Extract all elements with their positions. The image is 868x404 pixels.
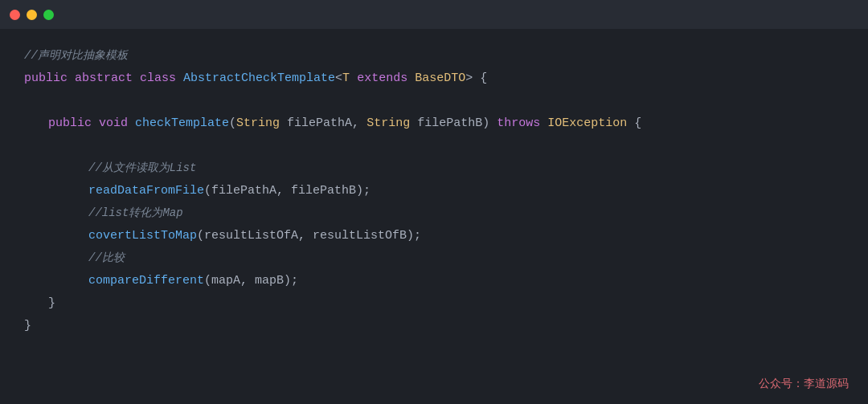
comment1-text: //声明对比抽象模板	[24, 47, 128, 64]
kw-abstract-1: abstract	[68, 69, 133, 88]
code-line-1: public abstract class AbstractCheckTempl…	[0, 67, 868, 90]
blank-line-2	[0, 135, 868, 157]
dot-yellow	[27, 10, 37, 20]
exception-2: IOException	[540, 114, 627, 133]
blank-line-1	[0, 90, 868, 112]
code-line-comment3: //list转化为Map	[0, 202, 868, 225]
method-call-5: compareDifferent	[88, 271, 204, 291]
code-line-3: readDataFromFile (filePathA, filePathB);	[0, 180, 868, 202]
type-string-a: String	[236, 114, 280, 133]
dot-red	[10, 10, 20, 20]
code-line-comment4: //比较	[0, 247, 868, 270]
title-bar	[0, 0, 868, 29]
code-area: //声明对比抽象模板 public abstract class Abstrac…	[0, 29, 868, 404]
classname-1: AbstractCheckTemplate	[176, 69, 335, 88]
code-line-comment2: //从文件读取为List	[0, 157, 868, 180]
generic-close-1: >	[465, 69, 473, 88]
kw-class-1: class	[133, 69, 176, 88]
code-line-5: compareDifferent (mapA, mapB);	[0, 270, 868, 292]
watermark-text: 公众号：李道源码	[759, 377, 849, 390]
method-call-4: covertListToMap	[88, 226, 197, 246]
params-2: (	[229, 114, 236, 133]
kw-void-2: void	[92, 114, 128, 133]
code-line-close-outer: }	[0, 315, 868, 337]
generic-open-1: <	[335, 69, 342, 88]
watermark: 公众号：李道源码	[759, 377, 849, 391]
param-a: filePathA,	[280, 114, 366, 133]
kw-throws-2: throws	[489, 114, 540, 133]
kw-public-1: public	[24, 69, 68, 88]
code-line-comment1: //声明对比抽象模板	[0, 45, 868, 67]
brace-open-1: {	[473, 69, 487, 88]
type-string-b: String	[366, 114, 410, 133]
comment3-text: //list转化为Map	[88, 204, 183, 222]
brace-close-outer: }	[24, 316, 31, 336]
params-3: (filePathA, filePathB);	[204, 182, 371, 201]
comment4-text: //比较	[88, 249, 125, 267]
type-T: T	[342, 69, 350, 88]
params-5: (mapA, mapB);	[204, 271, 298, 291]
param-b: filePathB)	[410, 114, 489, 133]
dot-green	[43, 10, 54, 20]
brace-open-2: {	[627, 114, 641, 133]
code-line-4: covertListToMap (resultListOfA, resultLi…	[0, 225, 868, 247]
kw-public-2: public	[48, 114, 92, 133]
code-line-close-inner: }	[0, 292, 868, 315]
basedto: BaseDTO	[407, 69, 465, 88]
method-call-3: readDataFromFile	[88, 182, 204, 201]
params-4: (resultListOfA, resultListOfB);	[197, 226, 421, 246]
comment2-text: //从文件读取为List	[88, 159, 196, 177]
method-name-2: checkTemplate	[128, 114, 229, 133]
kw-extends-1: extends	[350, 69, 407, 88]
brace-close-inner: }	[48, 294, 55, 313]
code-line-2: public void checkTemplate ( String fileP…	[0, 112, 868, 135]
